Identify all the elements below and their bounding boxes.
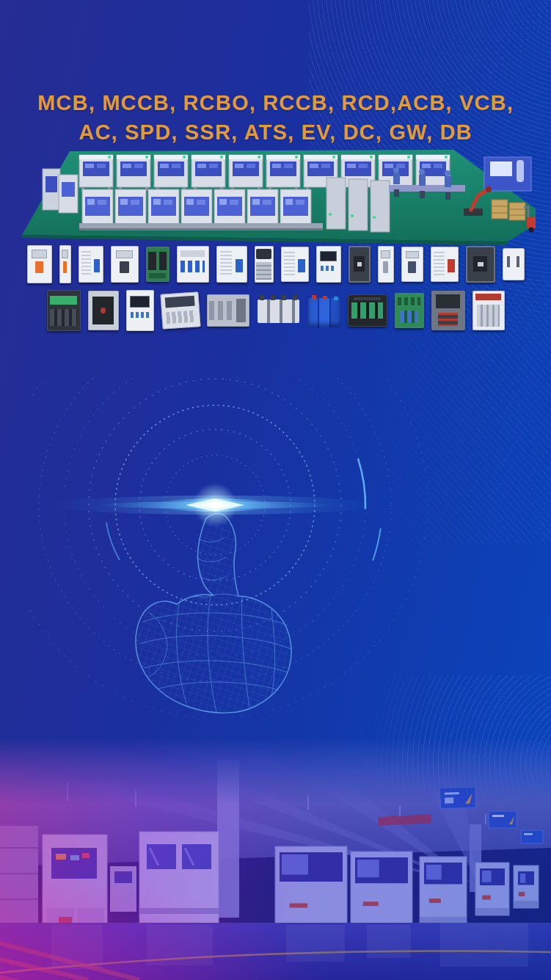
headline-line-2: AC, SPD, SSR, ATS, EV, DC, GW, DB <box>0 117 551 147</box>
headline-line-1: MCB, MCCB, RCBO, RCCB, RCD,ACB, VCB, <box>0 88 551 117</box>
product-row-2 <box>0 287 551 334</box>
wireframe-hand <box>136 514 291 713</box>
product-rcbo <box>79 246 103 283</box>
product-solid-state-relay <box>88 291 119 330</box>
factory-photo-section <box>0 738 551 980</box>
product-rccb <box>216 246 247 283</box>
product-terminal-stack <box>255 246 274 283</box>
tech-rings-and-hand <box>29 376 521 717</box>
product-soft-starter <box>126 290 154 331</box>
product-mccb-black <box>349 246 371 283</box>
product-isolator-group <box>257 294 301 327</box>
product-category-headline: MCB, MCCB, RCBO, RCCB, RCD,ACB, VCB, AC,… <box>0 88 551 147</box>
product-breaker-red <box>431 247 459 282</box>
product-mcb-3p-terminals <box>111 246 139 283</box>
magenta-blue-overlay <box>0 738 551 980</box>
product-ats-black <box>466 246 495 283</box>
product-mcb-3p <box>177 246 209 283</box>
product-ev-batteries <box>308 294 340 327</box>
product-timer-lcd <box>316 246 341 283</box>
product-spd-green <box>146 247 169 282</box>
product-energy-meter <box>160 291 200 330</box>
product-rccb-4p <box>281 247 309 282</box>
glow-flare <box>54 483 376 527</box>
product-acb <box>431 291 465 330</box>
product-wall-socket <box>503 248 525 280</box>
product-ats-gray <box>207 294 249 327</box>
product-mcb-1p <box>27 245 52 283</box>
promo-banner: MCB, MCCB, RCBO, RCCB, RCD,ACB, VCB, AC,… <box>0 0 551 980</box>
product-row-1 <box>0 243 551 286</box>
product-mcb-slim <box>59 245 71 283</box>
product-spd-slim <box>378 246 394 283</box>
product-battery-module <box>348 294 387 327</box>
product-contactor <box>47 290 81 331</box>
product-vcb <box>472 291 505 330</box>
product-breaker-handle <box>401 247 423 282</box>
product-pcb-assembly <box>395 293 424 328</box>
production-line-illustration <box>15 144 536 247</box>
